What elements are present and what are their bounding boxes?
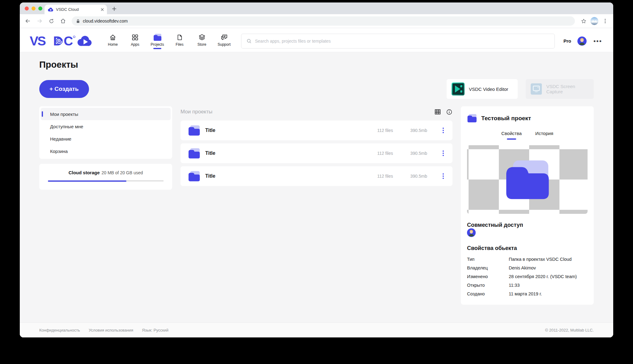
project-preview — [467, 145, 588, 214]
property-row: Владелец Denis Akimov — [467, 265, 588, 271]
project-row[interactable]: Title 112 files 390.5mb — [181, 143, 452, 163]
row-menu-icon[interactable] — [441, 126, 445, 134]
nav-item-apps[interactable]: Apps — [127, 33, 143, 49]
shared-user-avatar[interactable] — [467, 228, 588, 237]
main-nav: Home Apps Projects — [104, 33, 232, 49]
forward-icon[interactable] — [35, 16, 45, 26]
macos-traffic-lights — [25, 6, 42, 11]
footer-link-terms[interactable]: Условия использования — [89, 328, 133, 332]
tab-properties[interactable]: Свойства — [501, 131, 522, 140]
browser-toolbar: cloud.videosoftdev.com — [20, 14, 613, 28]
nav-item-home[interactable]: Home — [104, 33, 121, 49]
tab-close-icon[interactable] — [101, 8, 104, 11]
shared-access-title: Совместный доступ — [467, 222, 588, 228]
copyright: © 2011-2022, Multilab LLC. — [545, 328, 594, 332]
app-card-label: VSDC Video Editor — [469, 87, 508, 92]
storage-usage: 20 MB of 20 GB used — [101, 170, 143, 175]
sidebar-item-recent[interactable]: Недавние — [41, 133, 171, 145]
property-row: Создано 11 марта 2019 г. — [467, 291, 588, 297]
nav-item-store[interactable]: Store — [193, 33, 210, 49]
details-title: Тестовый проект — [481, 115, 531, 122]
plan-badge[interactable]: Pro — [563, 38, 571, 44]
project-files-count: 112 files — [377, 128, 393, 133]
search-input[interactable]: Search apps, projects files or templates — [241, 34, 555, 49]
vsdc-cloud-page: VS D C Home — [20, 28, 613, 337]
row-menu-icon[interactable] — [441, 149, 445, 157]
browser-tab[interactable]: VSDC Cloud — [45, 5, 107, 14]
property-row: Тип Папка в проектах VSDC Cloud — [467, 256, 588, 262]
create-button[interactable]: + Создать — [39, 80, 89, 98]
info-icon[interactable] — [446, 109, 452, 115]
tab-history[interactable]: История — [535, 131, 553, 140]
row-menu-icon[interactable] — [441, 172, 445, 180]
app-card-screen-capture[interactable]: VSDC Screen Capture — [526, 79, 594, 99]
property-row: Открыто 11:33 — [467, 282, 588, 288]
vsdc-logo[interactable]: VS D C — [30, 34, 93, 49]
address-bar[interactable]: cloud.videosoftdev.com — [72, 16, 575, 26]
browser-tab-strip: VSDC Cloud — [20, 2, 613, 14]
nav-label: Apps — [131, 42, 139, 47]
close-window-button[interactable] — [25, 6, 29, 11]
project-files-count: 112 files — [377, 174, 393, 179]
properties-list: Тип Папка в проектах VSDC Cloud Владелец… — [467, 256, 588, 297]
footer-link-privacy[interactable]: Конфиденциальность — [39, 328, 80, 332]
vsdc-cloud-favicon — [48, 7, 53, 12]
folder-icon — [188, 125, 200, 136]
files-nav-icon — [176, 33, 183, 41]
site-header: VS D C Home — [20, 28, 613, 52]
footer-language[interactable]: Язык: Русский — [142, 328, 168, 332]
object-properties-title: Свойства обьекта — [467, 245, 588, 252]
back-icon[interactable] — [23, 16, 33, 26]
browser-profile-avatar[interactable] — [590, 17, 598, 25]
app-card-video-editor[interactable]: VSDC Video Editor — [447, 79, 518, 99]
project-title: Title — [205, 150, 215, 156]
folder-icon — [188, 148, 200, 159]
folder-icon — [467, 114, 477, 123]
sidebar-item-shared-with-me[interactable]: Доступные мне — [41, 120, 171, 133]
folder-icon — [188, 171, 200, 182]
project-row[interactable]: Title 112 files 390.5mb — [181, 166, 452, 186]
search-placeholder: Search apps, projects files or templates — [255, 39, 331, 44]
grid-view-icon[interactable] — [434, 109, 441, 115]
sidebar-item-my-projects[interactable]: Мои проекты — [41, 108, 171, 120]
projects-list: Мои проекты Title 11 — [181, 106, 452, 186]
zoom-window-button[interactable] — [38, 6, 42, 11]
property-row: Изменено 28 сентября 2020 г. (VSDC team) — [467, 274, 588, 279]
project-size: 390.5mb — [410, 128, 427, 133]
storage-title: Cloud storage — [69, 170, 100, 175]
store-nav-icon — [198, 33, 206, 41]
vsdc-video-editor-icon — [452, 83, 465, 95]
nav-label: Files — [176, 42, 183, 47]
bookmark-star-icon[interactable] — [579, 16, 588, 26]
reload-icon[interactable] — [46, 16, 56, 26]
project-row[interactable]: Title 112 files 390.5mb — [181, 121, 452, 140]
nav-item-projects[interactable]: Projects — [149, 33, 166, 49]
projects-sidebar: Мои проекты Доступные мне Недавние Корзи… — [39, 106, 172, 159]
user-avatar[interactable] — [577, 36, 587, 46]
vsdc-screen-capture-icon — [531, 83, 542, 95]
browser-window: VSDC Cloud cloud.videosoftdev.com — [20, 2, 613, 337]
folder-icon-large — [504, 159, 551, 201]
details-tabs: Свойства История — [467, 131, 588, 140]
nav-item-support[interactable]: Support — [216, 33, 232, 49]
projects-nav-icon — [153, 33, 162, 41]
url-text: cloud.videosoftdev.com — [83, 19, 128, 23]
support-nav-icon — [220, 33, 228, 41]
nav-item-files[interactable]: Files — [171, 33, 188, 49]
nav-label: Projects — [151, 42, 164, 47]
apps-nav-icon — [131, 33, 139, 41]
browser-menu-icon[interactable] — [600, 16, 610, 26]
storage-progress-fill — [48, 180, 126, 182]
minimize-window-button[interactable] — [32, 6, 36, 11]
site-footer: Конфиденциальность Условия использования… — [20, 322, 613, 337]
svg-text:VS: VS — [30, 34, 46, 48]
header-more-icon[interactable]: ••• — [593, 40, 602, 43]
app-card-label: VSDC Screen Capture — [546, 84, 589, 94]
main-content: Проекты + Создать VSDC Video Editor — [20, 52, 613, 322]
storage-progress-track — [48, 181, 164, 181]
left-column: Мои проекты Доступные мне Недавние Корзи… — [39, 106, 172, 190]
home-icon[interactable] — [58, 16, 68, 26]
project-title: Title — [205, 173, 215, 179]
sidebar-item-trash[interactable]: Корзина — [41, 145, 171, 157]
new-tab-button[interactable] — [110, 5, 118, 13]
